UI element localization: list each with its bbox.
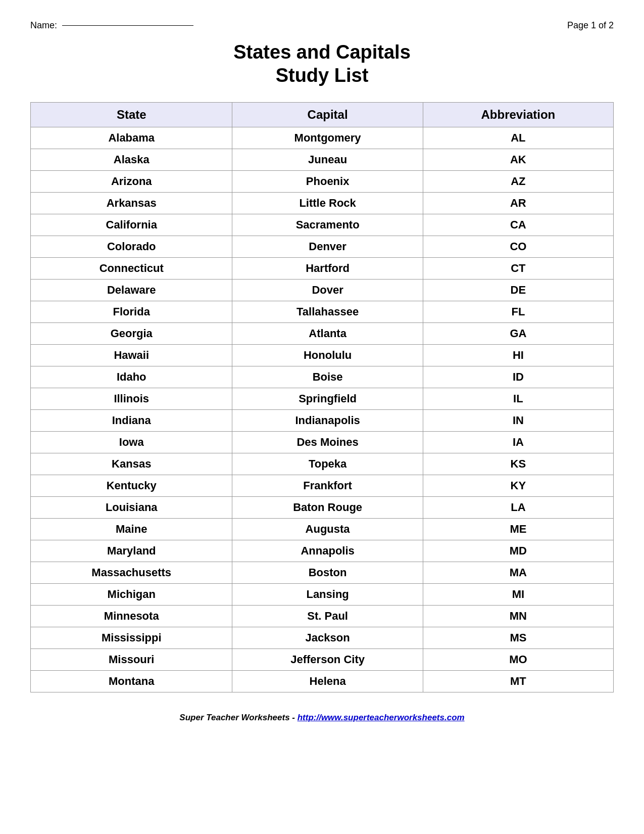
table-row: MississippiJacksonMS: [31, 627, 614, 649]
cell-20-0: Massachusetts: [31, 562, 232, 584]
cell-16-2: KY: [423, 475, 613, 497]
cell-22-0: Minnesota: [31, 606, 232, 627]
cell-14-1: Des Moines: [232, 432, 423, 453]
footer-link[interactable]: http://www.superteacherworksheets.com: [298, 713, 465, 722]
cell-22-1: St. Paul: [232, 606, 423, 627]
cell-12-0: Illinois: [31, 388, 232, 410]
table-row: LouisianaBaton RougeLA: [31, 497, 614, 519]
cell-17-1: Baton Rouge: [232, 497, 423, 519]
cell-1-1: Juneau: [232, 149, 423, 171]
table-row: CaliforniaSacramentoCA: [31, 214, 614, 236]
cell-23-2: MS: [423, 627, 613, 649]
cell-18-0: Maine: [31, 519, 232, 540]
table-row: DelawareDoverDE: [31, 280, 614, 301]
table-row: AlabamaMontgomeryAL: [31, 127, 614, 149]
cell-15-0: Kansas: [31, 453, 232, 475]
cell-8-0: Florida: [31, 301, 232, 323]
cell-25-2: MT: [423, 671, 613, 692]
cell-19-0: Maryland: [31, 540, 232, 562]
cell-4-1: Sacramento: [232, 214, 423, 236]
table-row: MarylandAnnapolisMD: [31, 540, 614, 562]
cell-18-1: Augusta: [232, 519, 423, 540]
cell-21-1: Lansing: [232, 584, 423, 606]
table-row: MinnesotaSt. PaulMN: [31, 606, 614, 627]
table-row: ColoradoDenverCO: [31, 236, 614, 258]
cell-1-2: AK: [423, 149, 613, 171]
table-row: HawaiiHonoluluHI: [31, 345, 614, 366]
name-label: Name:: [30, 20, 57, 31]
cell-2-1: Phoenix: [232, 171, 423, 193]
cell-17-0: Louisiana: [31, 497, 232, 519]
cell-12-1: Springfield: [232, 388, 423, 410]
cell-7-2: DE: [423, 280, 613, 301]
cell-9-0: Georgia: [31, 323, 232, 345]
cell-10-0: Hawaii: [31, 345, 232, 366]
cell-5-0: Colorado: [31, 236, 232, 258]
cell-6-0: Connecticut: [31, 258, 232, 280]
cell-25-1: Helena: [232, 671, 423, 692]
cell-3-1: Little Rock: [232, 193, 423, 214]
table-row: MontanaHelenaMT: [31, 671, 614, 692]
page-number: Page 1 of 2: [567, 20, 614, 31]
cell-7-0: Delaware: [31, 280, 232, 301]
cell-23-1: Jackson: [232, 627, 423, 649]
cell-7-1: Dover: [232, 280, 423, 301]
title-line2: Study List: [30, 64, 614, 87]
cell-16-0: Kentucky: [31, 475, 232, 497]
col-header-capital: Capital: [232, 103, 423, 127]
cell-3-2: AR: [423, 193, 613, 214]
cell-10-1: Honolulu: [232, 345, 423, 366]
title-line1: States and Capitals: [30, 41, 614, 64]
name-underline: [62, 25, 193, 26]
cell-0-1: Montgomery: [232, 127, 423, 149]
cell-5-2: CO: [423, 236, 613, 258]
cell-11-0: Idaho: [31, 366, 232, 388]
cell-16-1: Frankfort: [232, 475, 423, 497]
cell-15-2: KS: [423, 453, 613, 475]
cell-0-0: Alabama: [31, 127, 232, 149]
cell-21-2: MI: [423, 584, 613, 606]
table-row: MaineAugustaME: [31, 519, 614, 540]
cell-21-0: Michigan: [31, 584, 232, 606]
cell-13-1: Indianapolis: [232, 410, 423, 432]
cell-19-1: Annapolis: [232, 540, 423, 562]
table-row: IdahoBoiseID: [31, 366, 614, 388]
name-field: Name:: [30, 20, 193, 31]
cell-0-2: AL: [423, 127, 613, 149]
cell-15-1: Topeka: [232, 453, 423, 475]
cell-3-0: Arkansas: [31, 193, 232, 214]
col-header-state: State: [31, 103, 232, 127]
cell-14-2: IA: [423, 432, 613, 453]
cell-11-2: ID: [423, 366, 613, 388]
cell-19-2: MD: [423, 540, 613, 562]
cell-20-2: MA: [423, 562, 613, 584]
cell-4-2: CA: [423, 214, 613, 236]
footer-text: Super Teacher Worksheets -: [179, 713, 297, 722]
cell-24-2: MO: [423, 649, 613, 671]
table-row: IndianaIndianapolisIN: [31, 410, 614, 432]
page-header: Name: Page 1 of 2: [30, 20, 614, 31]
table-row: MichiganLansingMI: [31, 584, 614, 606]
table-row: ConnecticutHartfordCT: [31, 258, 614, 280]
cell-23-0: Mississippi: [31, 627, 232, 649]
table-row: AlaskaJuneauAK: [31, 149, 614, 171]
table-row: MissouriJefferson CityMO: [31, 649, 614, 671]
cell-10-2: HI: [423, 345, 613, 366]
footer: Super Teacher Worksheets - http://www.su…: [30, 713, 614, 723]
title-section: States and Capitals Study List: [30, 41, 614, 87]
table-row: KansasTopekaKS: [31, 453, 614, 475]
cell-6-1: Hartford: [232, 258, 423, 280]
col-header-abbreviation: Abbreviation: [423, 103, 613, 127]
cell-6-2: CT: [423, 258, 613, 280]
cell-8-2: FL: [423, 301, 613, 323]
table-row: ArizonaPhoenixAZ: [31, 171, 614, 193]
cell-1-0: Alaska: [31, 149, 232, 171]
cell-9-2: GA: [423, 323, 613, 345]
cell-13-2: IN: [423, 410, 613, 432]
cell-22-2: MN: [423, 606, 613, 627]
cell-17-2: LA: [423, 497, 613, 519]
cell-2-0: Arizona: [31, 171, 232, 193]
table-header-row: State Capital Abbreviation: [31, 103, 614, 127]
table-row: ArkansasLittle RockAR: [31, 193, 614, 214]
main-title: States and Capitals Study List: [30, 41, 614, 87]
